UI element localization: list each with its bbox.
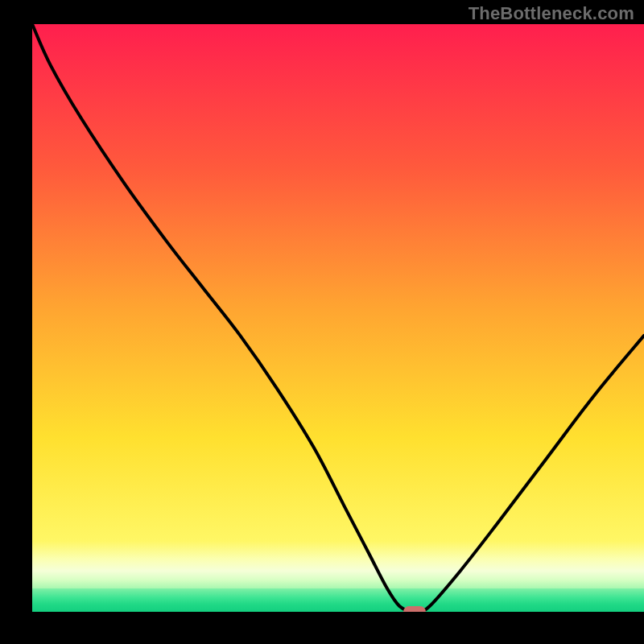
chart-frame: TheBottleneck.com	[0, 0, 644, 644]
bottleneck-curve-path	[32, 24, 644, 612]
plot-area	[32, 24, 644, 612]
curve-svg	[32, 24, 644, 612]
optimal-marker	[403, 606, 426, 612]
watermark-text: TheBottleneck.com	[469, 3, 634, 24]
